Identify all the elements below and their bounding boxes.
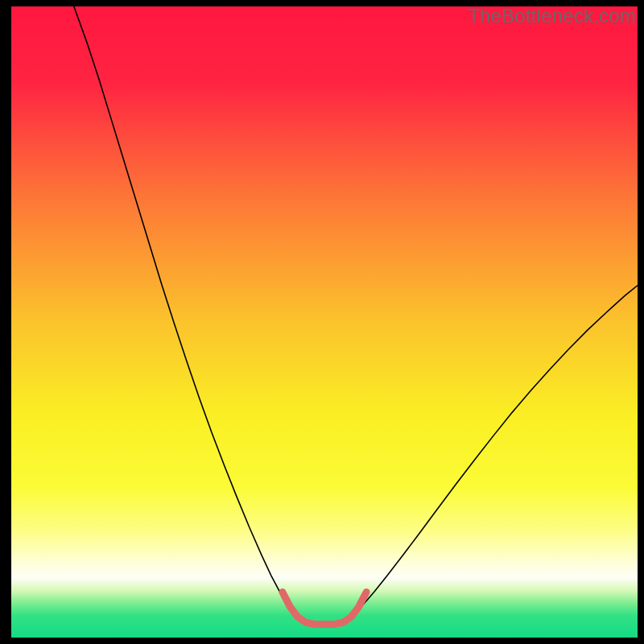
watermark-text: TheBottleneck.com — [468, 5, 636, 27]
bottleneck-chart — [11, 6, 638, 638]
chart-container: TheBottleneck.com — [0, 0, 644, 644]
plot-area — [11, 6, 638, 638]
